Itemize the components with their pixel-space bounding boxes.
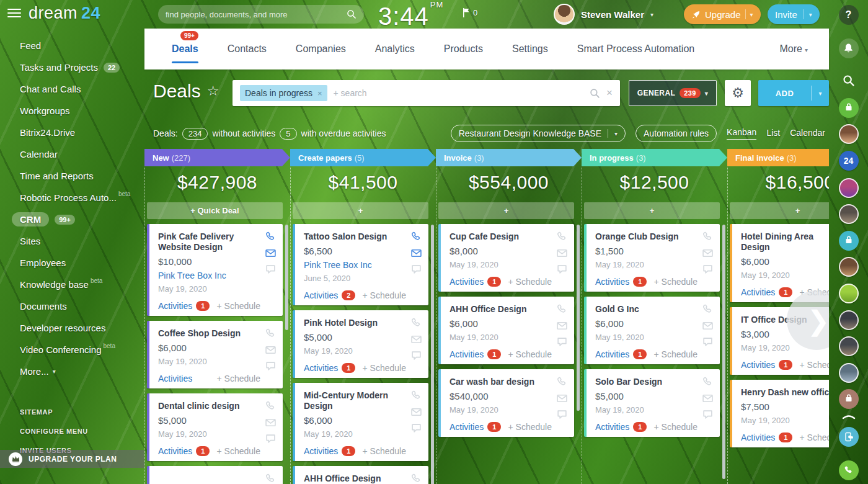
phone-icon[interactable] xyxy=(702,304,713,317)
schedule-link[interactable]: + Schedule xyxy=(800,360,829,370)
activities-link[interactable]: Activities1 xyxy=(158,446,210,456)
upgrade-plan-banner[interactable]: UPGRADE YOUR PLAN xyxy=(0,450,144,468)
view-switch-kanban[interactable]: Kanban xyxy=(727,127,756,140)
chat-icon[interactable] xyxy=(702,410,713,422)
phone-icon[interactable] xyxy=(411,390,422,403)
chat-icon[interactable] xyxy=(702,337,713,349)
sidebar-item-documents[interactable]: Documents xyxy=(0,295,144,317)
chat-icon[interactable] xyxy=(557,337,567,349)
notifications-bell-button[interactable] xyxy=(839,38,859,58)
chat-icon[interactable] xyxy=(265,361,276,374)
tab-more[interactable]: More▾ xyxy=(780,30,808,68)
tab-contacts[interactable]: Contacts xyxy=(228,30,267,68)
deal-card[interactable]: Cup Cafe Design$8,000May 19, 2020Activit… xyxy=(438,224,574,292)
schedule-link[interactable]: + Schedule xyxy=(800,432,829,442)
add-deal-button[interactable]: ADD ▾ xyxy=(758,80,829,106)
tab-smart-process-automation[interactable]: Smart Process Automation xyxy=(577,30,694,68)
user-avatar[interactable] xyxy=(839,363,859,383)
schedule-link[interactable]: + Schedule xyxy=(508,349,552,359)
locked-user-slot[interactable] xyxy=(839,389,859,409)
deal-card[interactable]: Gold G Inc$6,000May 19, 2020Activities1+… xyxy=(584,297,720,364)
mail-icon[interactable] xyxy=(265,418,276,429)
phone-icon[interactable] xyxy=(557,377,567,390)
automation-rules-button[interactable]: Automation rules xyxy=(636,125,717,142)
sidebar-item-calendar[interactable]: Calendar xyxy=(0,143,144,165)
quick-deal-button[interactable]: + xyxy=(584,202,720,219)
chat-icon[interactable] xyxy=(557,410,567,422)
schedule-link[interactable]: + Schedule xyxy=(363,290,406,300)
activities-link[interactable]: Activities1 xyxy=(741,360,792,370)
schedule-link[interactable]: + Schedule xyxy=(217,446,260,456)
search-icon[interactable] xyxy=(590,88,600,99)
phone-icon[interactable] xyxy=(265,328,276,341)
user-avatar[interactable] xyxy=(839,178,859,198)
bitrix24-badge[interactable]: 24 xyxy=(839,151,859,171)
deal-card[interactable]: Orange Club Design$1,500May 19, 2020Acti… xyxy=(584,224,720,292)
mobile-app-button[interactable] xyxy=(839,427,859,447)
schedule-link[interactable]: + Schedule xyxy=(654,277,698,287)
column-header[interactable]: Create papers(5) xyxy=(290,149,436,166)
schedule-link[interactable]: + Schedule xyxy=(654,422,698,432)
deal-card[interactable]: Car wash bar design$540,000May 19, 2020A… xyxy=(438,369,574,437)
mail-icon[interactable] xyxy=(411,408,422,419)
tab-deals[interactable]: Deals99+ xyxy=(172,30,198,68)
sidebar-item-employees[interactable]: Employees xyxy=(0,252,144,274)
column-scrollbar[interactable] xyxy=(722,225,725,479)
mail-icon[interactable] xyxy=(702,249,713,260)
sidebar-item-more-[interactable]: More...▾ xyxy=(0,361,144,382)
phone-icon[interactable] xyxy=(265,231,276,244)
global-search-input[interactable] xyxy=(166,10,347,19)
deals-filter-bar[interactable]: Deals in progress × × xyxy=(232,80,620,106)
chat-icon[interactable] xyxy=(557,264,567,277)
deal-card[interactable]: Solo Bar Design$5,000May 19, 2020Activit… xyxy=(584,369,720,437)
schedule-link[interactable]: + Schedule xyxy=(363,446,406,456)
hamburger-menu-icon[interactable] xyxy=(7,9,21,19)
activities-link[interactable]: Activities1 xyxy=(450,422,501,432)
view-switch-list[interactable]: List xyxy=(766,128,780,140)
chat-icon[interactable] xyxy=(411,351,422,363)
global-search[interactable] xyxy=(158,5,364,24)
deal-card[interactable]: Henry Dash new office$7,500May 19, 2020A… xyxy=(730,380,829,447)
phone-icon[interactable] xyxy=(265,473,276,484)
mail-icon[interactable] xyxy=(702,321,713,333)
phone-icon[interactable] xyxy=(557,231,567,244)
deal-card[interactable]: AHH Office Design (Paris) xyxy=(293,466,428,484)
tab-settings[interactable]: Settings xyxy=(512,30,548,68)
phone-icon[interactable] xyxy=(702,377,713,390)
activities-link[interactable]: Activities1 xyxy=(450,277,501,287)
mail-icon[interactable] xyxy=(411,335,422,346)
activities-link[interactable]: Activities1 xyxy=(450,349,501,359)
search-button[interactable] xyxy=(839,71,859,91)
activities-link[interactable]: Activities xyxy=(158,374,192,383)
sidebar-item-workgroups[interactable]: Workgroups xyxy=(0,100,144,122)
schedule-link[interactable]: + Schedule xyxy=(508,277,552,287)
phone-icon[interactable] xyxy=(411,318,422,331)
user-avatar[interactable] xyxy=(839,124,859,144)
deal-company-link[interactable]: Pink Tree Box Inc xyxy=(304,260,406,270)
deal-card[interactable]: Pink Hotel Design$5,000May 19, 2020Activ… xyxy=(293,310,428,378)
column-header[interactable]: In progress(3) xyxy=(582,149,727,166)
help-button[interactable]: ? xyxy=(839,5,859,25)
mail-icon[interactable] xyxy=(265,346,276,357)
activities-link[interactable]: Activities1 xyxy=(304,363,355,373)
chat-icon[interactable] xyxy=(265,264,276,277)
phone-icon[interactable] xyxy=(702,231,713,244)
column-scrollbar[interactable] xyxy=(285,225,288,330)
user-menu[interactable]: Steven Walker ▾ xyxy=(554,4,653,25)
mail-icon[interactable] xyxy=(557,394,567,405)
flag-counter[interactable]: 0 xyxy=(462,8,477,17)
user-avatar[interactable] xyxy=(839,257,859,277)
overdue-activities-count[interactable]: 5 xyxy=(280,128,296,140)
clear-search-icon[interactable]: × xyxy=(606,87,613,99)
phone-icon[interactable] xyxy=(411,473,422,484)
mail-icon[interactable] xyxy=(557,249,567,260)
schedule-link[interactable]: + Schedule xyxy=(217,301,260,311)
user-avatar[interactable] xyxy=(839,310,859,330)
sidebar-item-crm[interactable]: CRM99+ xyxy=(0,208,144,230)
mail-icon[interactable] xyxy=(702,394,713,405)
column-header[interactable]: New(227) xyxy=(144,149,290,166)
sidebar-item-sites[interactable]: Sites xyxy=(0,230,144,252)
activities-link[interactable]: Activities1 xyxy=(595,422,647,432)
schedule-link[interactable]: + Schedule xyxy=(363,363,406,373)
quick-deal-button[interactable]: + xyxy=(730,202,829,219)
